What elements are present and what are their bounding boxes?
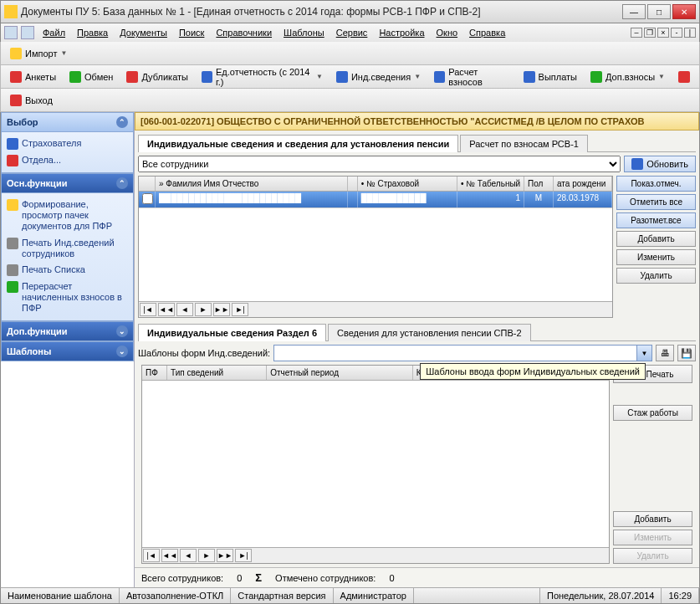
col-pf[interactable]: ПФ bbox=[142, 366, 167, 380]
statusbar: Наименование шаблона Автозаполнение-ОТКЛ… bbox=[0, 587, 700, 604]
table-row[interactable]: ████████████████████████ ███████████ 1 М… bbox=[139, 192, 612, 208]
col-period[interactable]: Отчетный период bbox=[267, 366, 412, 380]
mdi-restore[interactable]: ❐ bbox=[644, 28, 656, 38]
exit-button[interactable]: Выход bbox=[4, 92, 59, 109]
nav2-nextpage[interactable]: ►► bbox=[217, 549, 233, 562]
chevron-down-icon[interactable]: ▼ bbox=[636, 346, 651, 361]
tabs-bottom: Индивидуальные сведения Раздел 6 Сведени… bbox=[138, 323, 696, 341]
extra-button[interactable] bbox=[672, 69, 696, 85]
maximize-button[interactable]: □ bbox=[647, 4, 671, 19]
menubar-logo1[interactable] bbox=[4, 26, 18, 39]
btn-edit[interactable]: Изменить bbox=[616, 249, 696, 265]
mdi-extra[interactable]: - bbox=[671, 28, 682, 38]
col-strah[interactable]: • № Страховой bbox=[358, 177, 457, 191]
sidebar-head-dop[interactable]: Доп.функции⌄ bbox=[1, 321, 134, 341]
menu-templates[interactable]: Шаблоны bbox=[278, 26, 330, 39]
nav-prev[interactable]: ◄ bbox=[176, 303, 193, 316]
nav-next[interactable]: ► bbox=[195, 303, 212, 316]
menu-search[interactable]: Поиск bbox=[174, 26, 209, 39]
sidebar-head-osn[interactable]: Осн.функции⌃ bbox=[1, 173, 134, 193]
filter-select[interactable]: Все сотрудники bbox=[138, 156, 621, 172]
cell-dob: 28.03.1978 bbox=[554, 192, 612, 207]
indsv-button[interactable]: Инд.сведения▼ bbox=[330, 69, 427, 85]
employees-grid[interactable]: » Фамилия Имя Отчество • № Страховой • №… bbox=[138, 176, 613, 318]
nav2-first[interactable]: |◄ bbox=[143, 549, 160, 562]
sidebar-item-form[interactable]: Формирование, просмотр пачек документов … bbox=[3, 197, 131, 235]
col-check[interactable] bbox=[139, 177, 156, 191]
exit-icon bbox=[10, 95, 22, 106]
tab-indsv[interactable]: Индивидуальные сведения и сведения для у… bbox=[138, 135, 458, 152]
import-button[interactable]: Импорт ▼ bbox=[4, 45, 73, 62]
col-fio[interactable]: » Фамилия Имя Отчество bbox=[156, 177, 348, 191]
sidebar-item-strah[interactable]: Страхователя bbox=[3, 136, 131, 152]
sidebar-head-shab[interactable]: Шаблоны⌄ bbox=[1, 341, 134, 361]
menu-window[interactable]: Окно bbox=[432, 26, 463, 39]
toolbar-main: Анкеты Обмен Дубликаты Ед.отчетность (с … bbox=[0, 65, 700, 89]
details-grid[interactable]: ПФ Тип сведений Отчетный период Корр.отч… bbox=[141, 365, 610, 564]
dopvzn-button[interactable]: Доп.взносы▼ bbox=[585, 69, 671, 85]
tab-rsv1[interactable]: Расчет по взносам РСВ-1 bbox=[460, 135, 588, 152]
ankety-button[interactable]: Анкеты bbox=[4, 69, 62, 85]
template-print-icon[interactable]: 🖶 bbox=[656, 345, 674, 361]
tooltip: Шаблоны ввода форм Индивидуальных сведен… bbox=[420, 363, 646, 380]
menubar-logo2[interactable] bbox=[21, 26, 34, 39]
sidebar-item-print2[interactable]: Печать Списка bbox=[3, 262, 131, 279]
nav2-next[interactable]: ► bbox=[198, 549, 215, 562]
btn-delete[interactable]: Удалить bbox=[616, 268, 696, 284]
menu-settings[interactable]: Настройка bbox=[374, 26, 429, 39]
menu-docs[interactable]: Документы bbox=[115, 26, 172, 39]
sidebar-item-otdel[interactable]: Отдела... bbox=[3, 152, 131, 169]
minimize-button[interactable]: — bbox=[622, 4, 646, 19]
printer-icon bbox=[7, 238, 18, 249]
col-tab[interactable]: • № Табельный bbox=[457, 177, 524, 191]
mdi-vline: | bbox=[684, 28, 696, 38]
refresh-button[interactable]: Обновить bbox=[624, 156, 696, 172]
obmen-icon bbox=[69, 71, 81, 83]
printer-icon bbox=[7, 264, 18, 276]
nav2-prev[interactable]: ◄ bbox=[180, 549, 197, 562]
tab-spv2[interactable]: Сведения для установления пенсии СПВ-2 bbox=[328, 324, 531, 341]
btn-mark-all[interactable]: Отметить все bbox=[616, 194, 696, 210]
mdi-min[interactable]: – bbox=[631, 28, 642, 38]
edotch-button[interactable]: Ед.отчетность (с 2014 г.)▼ bbox=[196, 64, 329, 90]
mdi-close[interactable]: × bbox=[657, 28, 669, 38]
menu-file[interactable]: Файл bbox=[38, 26, 70, 39]
window-title: Документы ПУ 5: База данных № 1 - [Едина… bbox=[21, 6, 622, 18]
sidebar-item-print1[interactable]: Печать Инд.сведений сотрудников bbox=[3, 235, 131, 262]
nav-last[interactable]: ►| bbox=[232, 303, 248, 316]
raschet-button[interactable]: Расчет взносов bbox=[428, 64, 515, 90]
nav2-prevpage[interactable]: ◄◄ bbox=[161, 549, 178, 562]
status-time: 16:29 bbox=[662, 588, 699, 603]
template-save-icon[interactable]: 💾 bbox=[677, 345, 696, 361]
col-pol[interactable]: Пол bbox=[524, 177, 554, 191]
menu-refs[interactable]: Справочники bbox=[211, 26, 277, 39]
template-combo[interactable]: ▼ bbox=[273, 345, 652, 361]
row-checkbox[interactable] bbox=[142, 193, 153, 204]
nav-first[interactable]: |◄ bbox=[140, 303, 156, 316]
close-button[interactable]: ✕ bbox=[672, 4, 696, 19]
btn2-stazh[interactable]: Стаж работы bbox=[613, 405, 692, 421]
nav-nextpage[interactable]: ►► bbox=[213, 303, 230, 316]
nav2-last[interactable]: ►| bbox=[235, 549, 252, 562]
btn-unmark-all[interactable]: Разотмет.все bbox=[616, 212, 696, 228]
menu-service[interactable]: Сервис bbox=[331, 26, 373, 39]
dublikaty-button[interactable]: Дубликаты bbox=[120, 69, 194, 85]
btn2-add[interactable]: Добавить bbox=[613, 511, 692, 527]
menu-edit[interactable]: Правка bbox=[72, 26, 113, 39]
btn-show-marked[interactable]: Показ.отмеч. bbox=[616, 176, 696, 192]
col-type[interactable]: Тип сведений bbox=[167, 366, 267, 380]
btn-add[interactable]: Добавить bbox=[616, 231, 696, 247]
cell-strah: ███████████ bbox=[358, 192, 457, 207]
sidebar-item-recalc[interactable]: Перерасчет начисленных взносов в ПФР bbox=[3, 279, 131, 317]
vyplaty-button[interactable]: Выплаты bbox=[518, 69, 583, 85]
nav-prevpage[interactable]: ◄◄ bbox=[158, 303, 175, 316]
sidebar-head-vybor[interactable]: Выбор⌃ bbox=[1, 112, 134, 132]
col-dob[interactable]: ата рождени bbox=[554, 177, 612, 191]
dopvzn-icon bbox=[590, 71, 602, 83]
cell-tab: 1 bbox=[457, 192, 524, 207]
obmen-button[interactable]: Обмен bbox=[64, 69, 119, 85]
org-banner: [060-001-022071] ОБЩЕСТВО С ОГРАНИЧЕННОЙ… bbox=[135, 112, 699, 131]
template-label: Шаблоны форм Инд.сведений: bbox=[138, 348, 270, 358]
tab-razdel6[interactable]: Индивидуальные сведения Раздел 6 bbox=[138, 324, 326, 341]
menu-help[interactable]: Справка bbox=[464, 26, 510, 39]
